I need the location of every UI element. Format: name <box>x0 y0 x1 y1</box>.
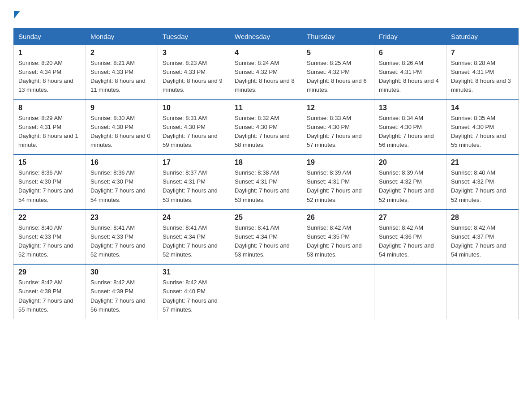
day-number: 9 <box>90 104 153 112</box>
day-detail: Sunrise: 8:37 AMSunset: 4:31 PMDaylight:… <box>163 168 225 205</box>
week-row-5: 29 Sunrise: 8:42 AMSunset: 4:38 PMDaylig… <box>14 264 519 319</box>
day-cell: 4 Sunrise: 8:24 AMSunset: 4:32 PMDayligh… <box>230 45 302 100</box>
day-detail: Sunrise: 8:26 AMSunset: 4:31 PMDaylight:… <box>379 59 442 95</box>
day-cell: 11 Sunrise: 8:32 AMSunset: 4:30 PMDaylig… <box>230 100 302 155</box>
day-cell: 1 Sunrise: 8:20 AMSunset: 4:34 PMDayligh… <box>14 45 86 100</box>
day-cell: 19 Sunrise: 8:39 AMSunset: 4:31 PMDaylig… <box>302 154 374 210</box>
page-header <box>13 9 519 19</box>
day-cell: 29 Sunrise: 8:42 AMSunset: 4:38 PMDaylig… <box>14 264 86 319</box>
day-cell: 9 Sunrise: 8:30 AMSunset: 4:30 PMDayligh… <box>86 100 158 155</box>
day-detail: Sunrise: 8:40 AMSunset: 4:32 PMDaylight:… <box>451 168 514 205</box>
day-number: 29 <box>18 268 81 276</box>
day-detail: Sunrise: 8:29 AMSunset: 4:31 PMDaylight:… <box>18 114 81 150</box>
day-detail: Sunrise: 8:35 AMSunset: 4:30 PMDaylight:… <box>451 114 514 150</box>
day-cell: 15 Sunrise: 8:36 AMSunset: 4:30 PMDaylig… <box>14 154 86 210</box>
day-number: 6 <box>379 49 442 57</box>
day-detail: Sunrise: 8:33 AMSunset: 4:30 PMDaylight:… <box>307 114 369 150</box>
week-row-1: 1 Sunrise: 8:20 AMSunset: 4:34 PMDayligh… <box>14 45 519 100</box>
col-saturday: Saturday <box>446 28 519 45</box>
day-cell: 17 Sunrise: 8:37 AMSunset: 4:31 PMDaylig… <box>158 154 230 210</box>
day-number: 23 <box>90 214 153 222</box>
day-cell: 21 Sunrise: 8:40 AMSunset: 4:32 PMDaylig… <box>446 154 519 210</box>
day-detail: Sunrise: 8:41 AMSunset: 4:34 PMDaylight:… <box>235 223 297 260</box>
day-detail: Sunrise: 8:34 AMSunset: 4:30 PMDaylight:… <box>379 114 442 150</box>
day-number: 14 <box>451 104 514 112</box>
day-detail: Sunrise: 8:42 AMSunset: 4:38 PMDaylight:… <box>18 278 81 314</box>
day-number: 7 <box>451 49 514 57</box>
day-number: 31 <box>163 268 225 276</box>
week-row-2: 8 Sunrise: 8:29 AMSunset: 4:31 PMDayligh… <box>14 100 519 155</box>
day-cell: 2 Sunrise: 8:21 AMSunset: 4:33 PMDayligh… <box>86 45 158 100</box>
day-cell: 6 Sunrise: 8:26 AMSunset: 4:31 PMDayligh… <box>374 45 446 100</box>
day-cell: 31 Sunrise: 8:42 AMSunset: 4:40 PMDaylig… <box>158 264 230 319</box>
col-tuesday: Tuesday <box>158 28 230 45</box>
day-number: 1 <box>18 49 81 57</box>
day-cell: 30 Sunrise: 8:42 AMSunset: 4:39 PMDaylig… <box>86 264 158 319</box>
day-cell: 14 Sunrise: 8:35 AMSunset: 4:30 PMDaylig… <box>446 100 519 155</box>
day-number: 11 <box>235 104 297 112</box>
day-detail: Sunrise: 8:42 AMSunset: 4:36 PMDaylight:… <box>379 223 442 260</box>
day-number: 24 <box>163 214 225 222</box>
day-detail: Sunrise: 8:23 AMSunset: 4:33 PMDaylight:… <box>163 59 225 95</box>
day-number: 28 <box>451 214 514 222</box>
day-detail: Sunrise: 8:36 AMSunset: 4:30 PMDaylight:… <box>90 168 153 205</box>
week-row-3: 15 Sunrise: 8:36 AMSunset: 4:30 PMDaylig… <box>14 154 519 210</box>
col-thursday: Thursday <box>302 28 374 45</box>
day-detail: Sunrise: 8:30 AMSunset: 4:30 PMDaylight:… <box>90 114 153 150</box>
day-number: 27 <box>379 214 442 222</box>
logo-triangle-icon <box>14 11 20 19</box>
day-detail: Sunrise: 8:28 AMSunset: 4:31 PMDaylight:… <box>451 59 514 95</box>
col-friday: Friday <box>374 28 446 45</box>
day-cell: 18 Sunrise: 8:38 AMSunset: 4:31 PMDaylig… <box>230 154 302 210</box>
day-detail: Sunrise: 8:41 AMSunset: 4:33 PMDaylight:… <box>90 223 153 260</box>
day-cell: 25 Sunrise: 8:41 AMSunset: 4:34 PMDaylig… <box>230 210 302 265</box>
day-number: 15 <box>18 158 81 167</box>
day-detail: Sunrise: 8:38 AMSunset: 4:31 PMDaylight:… <box>235 168 297 205</box>
day-detail: Sunrise: 8:42 AMSunset: 4:40 PMDaylight:… <box>163 278 225 314</box>
day-detail: Sunrise: 8:42 AMSunset: 4:37 PMDaylight:… <box>451 223 514 260</box>
day-cell <box>374 264 446 319</box>
day-detail: Sunrise: 8:32 AMSunset: 4:30 PMDaylight:… <box>235 114 297 150</box>
day-cell <box>446 264 519 319</box>
day-cell: 8 Sunrise: 8:29 AMSunset: 4:31 PMDayligh… <box>14 100 86 155</box>
day-number: 30 <box>90 268 153 276</box>
day-detail: Sunrise: 8:31 AMSunset: 4:30 PMDaylight:… <box>163 114 225 150</box>
day-cell <box>302 264 374 319</box>
day-number: 25 <box>235 214 297 222</box>
logo <box>13 9 20 19</box>
day-cell: 13 Sunrise: 8:34 AMSunset: 4:30 PMDaylig… <box>374 100 446 155</box>
calendar-table: Sunday Monday Tuesday Wednesday Thursday… <box>13 28 519 319</box>
day-number: 20 <box>379 158 442 167</box>
day-detail: Sunrise: 8:20 AMSunset: 4:34 PMDaylight:… <box>18 59 81 95</box>
day-cell: 27 Sunrise: 8:42 AMSunset: 4:36 PMDaylig… <box>374 210 446 265</box>
col-wednesday: Wednesday <box>230 28 302 45</box>
day-detail: Sunrise: 8:42 AMSunset: 4:35 PMDaylight:… <box>307 223 369 260</box>
day-number: 2 <box>90 49 153 57</box>
day-detail: Sunrise: 8:21 AMSunset: 4:33 PMDaylight:… <box>90 59 153 95</box>
day-cell: 12 Sunrise: 8:33 AMSunset: 4:30 PMDaylig… <box>302 100 374 155</box>
day-cell <box>230 264 302 319</box>
day-number: 26 <box>307 214 369 222</box>
day-cell: 23 Sunrise: 8:41 AMSunset: 4:33 PMDaylig… <box>86 210 158 265</box>
day-detail: Sunrise: 8:25 AMSunset: 4:32 PMDaylight:… <box>307 59 369 95</box>
day-number: 18 <box>235 158 297 167</box>
day-detail: Sunrise: 8:39 AMSunset: 4:32 PMDaylight:… <box>379 168 442 205</box>
day-detail: Sunrise: 8:42 AMSunset: 4:39 PMDaylight:… <box>90 278 153 314</box>
day-number: 5 <box>307 49 369 57</box>
day-detail: Sunrise: 8:24 AMSunset: 4:32 PMDaylight:… <box>235 59 297 95</box>
day-number: 21 <box>451 158 514 167</box>
day-detail: Sunrise: 8:40 AMSunset: 4:33 PMDaylight:… <box>18 223 81 260</box>
day-number: 16 <box>90 158 153 167</box>
day-cell: 7 Sunrise: 8:28 AMSunset: 4:31 PMDayligh… <box>446 45 519 100</box>
day-detail: Sunrise: 8:36 AMSunset: 4:30 PMDaylight:… <box>18 168 81 205</box>
week-row-4: 22 Sunrise: 8:40 AMSunset: 4:33 PMDaylig… <box>14 210 519 265</box>
day-cell: 28 Sunrise: 8:42 AMSunset: 4:37 PMDaylig… <box>446 210 519 265</box>
day-cell: 22 Sunrise: 8:40 AMSunset: 4:33 PMDaylig… <box>14 210 86 265</box>
day-number: 12 <box>307 104 369 112</box>
day-number: 22 <box>18 214 81 222</box>
day-number: 3 <box>163 49 225 57</box>
day-detail: Sunrise: 8:39 AMSunset: 4:31 PMDaylight:… <box>307 168 369 205</box>
day-cell: 24 Sunrise: 8:41 AMSunset: 4:34 PMDaylig… <box>158 210 230 265</box>
day-cell: 5 Sunrise: 8:25 AMSunset: 4:32 PMDayligh… <box>302 45 374 100</box>
day-cell: 20 Sunrise: 8:39 AMSunset: 4:32 PMDaylig… <box>374 154 446 210</box>
